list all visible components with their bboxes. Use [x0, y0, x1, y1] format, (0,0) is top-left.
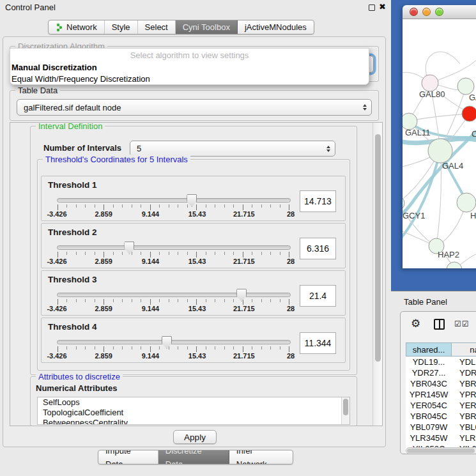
number-of-intervals-label: Number of Intervals [43, 143, 121, 153]
attribute-item-topologicalcoefficient[interactable]: TopologicalCoefficient [38, 408, 349, 418]
table-cell: YBL0 [452, 422, 476, 433]
tab-jactivemnodules[interactable]: jActiveMNodules [238, 20, 314, 34]
threshold-label: Threshold 3 [48, 275, 97, 284]
slider-scale-label: 21.715 [233, 257, 255, 265]
table-header-row: shared... na [406, 342, 476, 357]
threshold-slider[interactable]: -3.4262.8599.14415.4321.71528 [57, 194, 291, 220]
table-row[interactable]: YPR145WYPR1 [406, 389, 476, 400]
table-cell: YER0 [452, 400, 476, 411]
tab-impute-data[interactable]: Impute Data [98, 450, 158, 464]
threshold-row: Threshold 3 -3.4262.8599.14415.4321.7152… [41, 270, 346, 316]
table-cell: YBL079W [406, 422, 452, 433]
table-row[interactable]: YLR345WYLR3 [406, 433, 476, 443]
top-tab-bar: NetworkStyleSelectCyni ToolboxjActiveMNo… [48, 20, 314, 35]
slider-scale-label: 2.859 [95, 305, 112, 312]
gear-icon[interactable]: ⚙ [411, 317, 420, 330]
network-node-gal4[interactable] [428, 139, 452, 163]
network-node-h[interactable] [457, 193, 476, 212]
table-row[interactable]: YBR045CYBR0 [406, 411, 476, 422]
panel-title: Control Panel [5, 3, 56, 12]
settings-scroll-pane: Interval Definition Number of Intervals … [10, 122, 383, 426]
table-row[interactable]: YDL19...YDL1 [406, 357, 476, 367]
dropdown-option-manual[interactable]: Manual Discretization [10, 62, 369, 73]
tab-discretize-data[interactable]: Discretize Data [158, 450, 229, 464]
slider-scale-label: 21.715 [233, 305, 255, 312]
network-node-label: GAL80 [419, 89, 445, 99]
table-row[interactable]: YBR043CYBR0 [406, 378, 476, 389]
traffic-green-light-icon[interactable] [435, 8, 443, 16]
threshold-slider[interactable]: -3.4262.8599.14415.4321.71528 [57, 336, 291, 362]
threshold-value-box[interactable]: 11.344 [300, 332, 336, 354]
network-icon [56, 23, 63, 32]
tab-select[interactable]: Select [138, 20, 176, 34]
table-data-combo[interactable]: galFiltered.sif default node [17, 99, 372, 116]
tab-cyni-toolbox[interactable]: Cyni Toolbox [176, 20, 238, 34]
slider-scale-labels: -3.4262.8599.14415.4321.71528 [57, 210, 291, 219]
combo-arrows-icon [326, 146, 330, 152]
apply-button[interactable]: Apply [173, 430, 217, 444]
slider-scale-label: 21.715 [233, 352, 255, 360]
split-columns-icon[interactable] [434, 319, 445, 330]
threshold-slider[interactable]: -3.4262.8599.14415.4321.71528 [57, 289, 291, 314]
slider-track[interactable] [57, 340, 291, 344]
network-canvas[interactable]: GAL80GACGAL11GAL4GCY1HHAP2 [403, 19, 476, 268]
table-row[interactable]: YER054CYER0 [406, 400, 476, 411]
threshold-value-box[interactable]: 14.713 [300, 190, 336, 212]
slider-track[interactable] [57, 293, 291, 297]
select-columns-icon[interactable]: ☑☑ [454, 319, 470, 328]
slider-scale-label: -3.426 [47, 352, 66, 360]
attribute-item-selfloops[interactable]: SelfLoops [38, 397, 349, 408]
screen: Control Panel ✖ NetworkStyleSelectCyni T… [0, 0, 476, 476]
network-node-c[interactable] [462, 106, 476, 121]
threshold-row: Threshold 2 -3.4262.8599.14415.4321.7152… [41, 223, 346, 268]
traffic-red-light-icon[interactable] [410, 8, 418, 16]
attribute-item-betweennesscentrality[interactable]: BetweennessCentrality [38, 418, 349, 425]
slider-track[interactable] [57, 245, 291, 250]
slider-scale-label: 15.43 [188, 257, 206, 265]
tab-network[interactable]: Network [49, 20, 105, 34]
tab-style[interactable]: Style [105, 20, 138, 34]
network-graph[interactable]: GAL80GACGAL11GAL4GCY1HHAP2 [403, 19, 476, 268]
numerical-attributes-list[interactable]: SelfLoopsTopologicalCoefficientBetweenne… [37, 397, 350, 425]
slider-scale-label: 15.43 [188, 352, 206, 360]
table-cell: YBR043C [406, 378, 452, 389]
traffic-yellow-light-icon[interactable] [422, 8, 431, 16]
attributes-scrollbar[interactable] [341, 397, 349, 424]
column-header-shared-name[interactable]: shared... [406, 342, 452, 357]
network-node-label: C [472, 129, 476, 139]
network-node-label: HAP2 [438, 250, 459, 259]
group-title-interval-definition: Interval Definition [36, 122, 105, 131]
table-data-combo-value: galFiltered.sif default node [24, 103, 121, 112]
tab-label: Impute Data [105, 450, 151, 464]
table-row[interactable]: YDR27...YDR2 [406, 367, 476, 378]
close-panel-icon[interactable]: ✖ [379, 2, 386, 12]
table-panel: Table Panel ⚙ ☑☑ shared... na YDL19...YD… [391, 291, 476, 476]
network-node[interactable] [447, 262, 462, 268]
cyni-toolbox-panel: Discretization Algorithm Select algorith… [3, 36, 386, 447]
threshold-slider[interactable]: -3.4262.8599.14415.4321.71528 [57, 242, 291, 267]
threshold-label: Threshold 1 [48, 180, 97, 190]
slider-scale-label: 2.859 [95, 352, 112, 360]
slider-track[interactable] [57, 198, 291, 203]
slider-scale-label: -3.426 [47, 305, 66, 312]
table-horizontal-scrollbar[interactable] [406, 447, 476, 454]
network-node-label: GAL4 [442, 161, 463, 171]
table-row[interactable]: YBL079WYBL0 [406, 422, 476, 433]
tab-infer-network[interactable]: Infer Network [229, 450, 293, 464]
network-node-label: GCY1 [403, 211, 425, 220]
algorithm-dropdown-popup: Select algorithm to view settings Manual… [10, 48, 369, 85]
slider-scale-label: 9.144 [142, 305, 160, 312]
threshold-label: Threshold 4 [48, 322, 97, 332]
float-panel-icon[interactable] [369, 4, 375, 11]
dropdown-option-equal-width[interactable]: Equal Width/Frequency Discretization [10, 73, 369, 85]
settings-vertical-scrollbar[interactable] [372, 123, 382, 426]
tab-label: Infer Network [236, 450, 286, 464]
slider-scale-label: 9.144 [142, 257, 160, 265]
network-node-label: GA [469, 93, 476, 102]
slider-ticks-major [58, 252, 289, 257]
control-panel-window: Control Panel ✖ NetworkStyleSelectCyni T… [0, 0, 391, 476]
table-panel-body: ⚙ ☑☑ shared... na YDL19...YDL1YDR27...YD… [400, 311, 476, 454]
column-header-name[interactable]: na [452, 342, 476, 357]
threshold-value-box[interactable]: 21.4 [300, 285, 336, 307]
threshold-value-box[interactable]: 6.316 [300, 238, 336, 259]
